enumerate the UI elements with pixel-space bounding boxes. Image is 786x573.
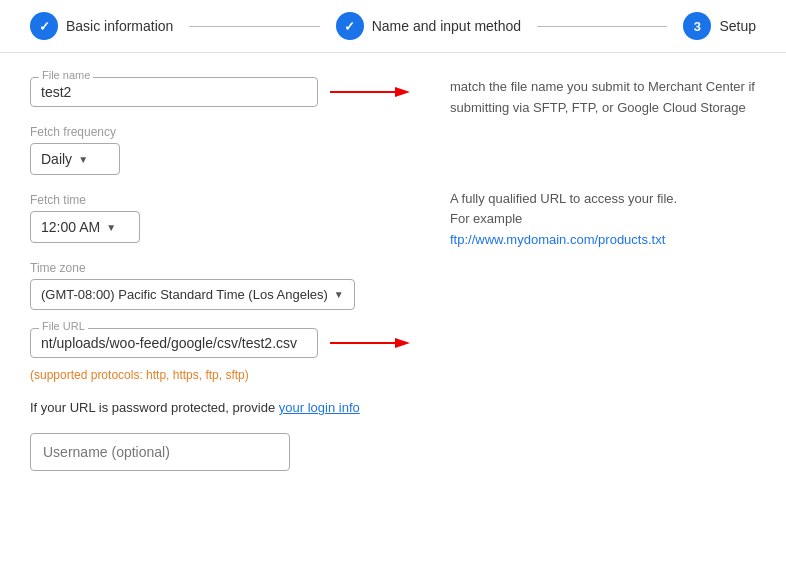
time-zone-select[interactable]: (GMT-08:00) Pacific Standard Time (Los A…	[30, 279, 355, 310]
main-content: File name Fetch frequency Daily ▼ Fetch …	[0, 53, 786, 573]
svg-marker-1	[395, 87, 410, 97]
file-name-group: File name	[30, 77, 410, 107]
fetch-frequency-section: Fetch frequency Daily ▼	[30, 125, 410, 175]
step-1-label: Basic information	[66, 18, 173, 34]
fetch-time-label: Fetch time	[30, 193, 410, 207]
file-url-border-box: File URL	[30, 328, 318, 358]
file-name-border-box: File name	[30, 77, 318, 107]
svg-marker-3	[395, 338, 410, 348]
username-section	[30, 433, 410, 471]
fetch-frequency-caret-icon: ▼	[78, 154, 88, 165]
file-url-field-wrapper: File URL	[30, 328, 318, 358]
step-2-label: Name and input method	[372, 18, 521, 34]
fetch-frequency-select[interactable]: Daily ▼	[30, 143, 120, 175]
fetch-time-select[interactable]: 12:00 AM ▼	[30, 211, 140, 243]
fetch-frequency-label: Fetch frequency	[30, 125, 410, 139]
step-2-circle: ✓	[336, 12, 364, 40]
step-3-number: 3	[694, 19, 701, 34]
hint-area: match the file name you submit to Mercha…	[430, 77, 756, 549]
step-3-label: Setup	[719, 18, 756, 34]
time-zone-section: Time zone (GMT-08:00) Pacific Standard T…	[30, 261, 410, 310]
fetch-time-caret-icon: ▼	[106, 222, 116, 233]
stepper: ✓ Basic information ✓ Name and input met…	[0, 0, 786, 53]
step-basic-info: ✓ Basic information	[30, 12, 173, 40]
fetch-time-value: 12:00 AM	[41, 219, 100, 235]
step-1-check-icon: ✓	[39, 19, 50, 34]
file-url-group: File URL	[30, 328, 410, 358]
file-name-arrow	[330, 82, 410, 102]
file-url-hint-link[interactable]: ftp://www.mydomain.com/products.txt	[450, 232, 665, 247]
file-name-field-wrapper: File name	[30, 77, 318, 107]
protocols-text: (supported protocols: http, https, ftp, …	[30, 368, 410, 382]
fetch-time-section: Fetch time 12:00 AM ▼	[30, 193, 410, 243]
file-url-arrow	[330, 333, 410, 353]
file-url-float-label: File URL	[39, 320, 88, 332]
file-url-hint-1: A fully qualified URL to access your fil…	[450, 191, 677, 206]
file-url-hint-2: For example	[450, 211, 522, 226]
password-info: If your URL is password protected, provi…	[30, 400, 410, 415]
fetch-frequency-value: Daily	[41, 151, 72, 167]
step-2-check-icon: ✓	[344, 19, 355, 34]
file-name-input[interactable]	[41, 84, 307, 100]
file-name-hint: match the file name you submit to Mercha…	[450, 77, 756, 119]
file-url-input[interactable]	[41, 335, 301, 351]
file-url-hint: A fully qualified URL to access your fil…	[450, 179, 756, 251]
time-zone-caret-icon: ▼	[334, 289, 344, 300]
step-setup: 3 Setup	[683, 12, 756, 40]
username-input[interactable]	[30, 433, 290, 471]
step-3-circle: 3	[683, 12, 711, 40]
step-connector-2	[537, 26, 667, 27]
password-login-link[interactable]: your login info	[279, 400, 360, 415]
step-1-circle: ✓	[30, 12, 58, 40]
step-connector-1	[189, 26, 319, 27]
file-name-float-label: File name	[39, 69, 93, 81]
step-name-input: ✓ Name and input method	[336, 12, 521, 40]
password-info-text: If your URL is password protected, provi…	[30, 400, 279, 415]
time-zone-label: Time zone	[30, 261, 410, 275]
form-area: File name Fetch frequency Daily ▼ Fetch …	[30, 77, 410, 549]
time-zone-value: (GMT-08:00) Pacific Standard Time (Los A…	[41, 287, 328, 302]
